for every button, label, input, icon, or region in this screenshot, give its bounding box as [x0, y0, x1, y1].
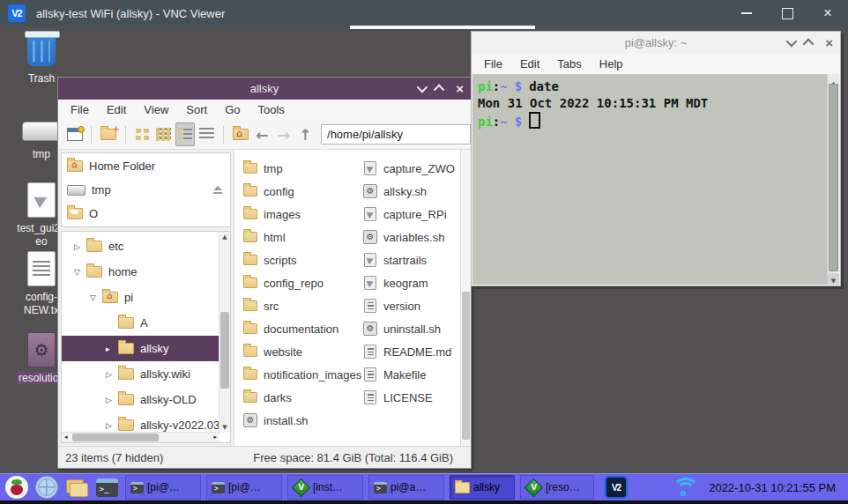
file-item-notification_images[interactable]: notification_images	[243, 363, 360, 386]
file-item-src[interactable]: src	[243, 294, 360, 317]
tree-vertical-scrollbar[interactable]: ▲ ▼	[219, 232, 230, 433]
taskbar-task[interactable]: [inst…	[287, 475, 363, 500]
close-button[interactable]: ×	[825, 37, 833, 49]
menu-go[interactable]: Go	[216, 103, 249, 116]
place-home folder[interactable]: ⌂Home Folder	[62, 154, 230, 178]
file-item-html[interactable]: html	[243, 226, 360, 248]
terminal-launcher[interactable]	[95, 476, 118, 499]
minimize-button[interactable]	[786, 36, 794, 49]
scroll-down-icon[interactable]: ▼	[828, 273, 839, 285]
file-item-darks[interactable]: darks	[243, 386, 360, 409]
menu-view[interactable]: View	[135, 103, 177, 116]
tree-item-etc[interactable]: ▷ etc	[62, 233, 219, 259]
compact-view-button[interactable]	[175, 122, 194, 146]
file-manager-titlebar[interactable]: allsky ×	[58, 78, 471, 100]
place-tmp[interactable]: tmp	[62, 178, 230, 202]
tree-expander-icon[interactable]: ▽	[74, 268, 86, 277]
maximize-button[interactable]	[806, 36, 814, 49]
file-item-images[interactable]: images	[243, 203, 360, 226]
file-manager-launcher[interactable]	[65, 476, 88, 499]
file-item-allsky.sh[interactable]: ⚙allsky.sh	[363, 180, 471, 203]
maximize-button[interactable]	[767, 0, 807, 26]
minimize-button[interactable]	[726, 0, 767, 26]
path-input[interactable]	[321, 124, 471, 145]
taskbar-task[interactable]: [reso…	[520, 475, 594, 500]
tree-expander-icon[interactable]: ▷	[74, 242, 86, 251]
applications-menu-button[interactable]	[5, 476, 28, 499]
tree-item-pi[interactable]: ▽ ⌂ pi	[62, 285, 219, 310]
tree-item-allsky.wiki[interactable]: ▷ allsky.wiki	[62, 361, 219, 387]
thumbnail-view-button[interactable]	[154, 122, 173, 146]
tree-expander-icon[interactable]: ▸	[106, 345, 118, 353]
tree-expander-icon[interactable]: ▷	[106, 396, 118, 404]
menu-tabs[interactable]: Tabs	[548, 57, 590, 70]
file-item-capture_RPi[interactable]: capture_RPi	[363, 203, 471, 226]
menu-sort[interactable]: Sort	[177, 103, 216, 116]
scrollbar-thumb[interactable]	[220, 312, 229, 389]
wifi-icon[interactable]	[672, 478, 695, 497]
taskbar-clock[interactable]: 2022-10-31 10:21:55 PM	[709, 481, 843, 494]
close-button[interactable]: ×	[807, 0, 848, 26]
tree-horizontal-scrollbar[interactable]: ◂ ▸	[62, 432, 219, 442]
file-item-LICENSE[interactable]: LICENSE	[363, 386, 471, 409]
tree-item-A[interactable]: A	[62, 310, 219, 336]
scrollbar-thumb[interactable]	[72, 434, 159, 441]
tree-expander-icon[interactable]: ▽	[90, 293, 102, 302]
terminal-screen[interactable]: pi:~$date Mon 31 Oct 2022 10:15:31 PM MD…	[472, 74, 839, 285]
file-item-startrails[interactable]: startrails	[363, 248, 471, 271]
file-item-uninstall.sh[interactable]: ⚙uninstall.sh	[363, 317, 471, 340]
tree-item-home[interactable]: ▽ home	[62, 259, 219, 285]
file-item-config_repo[interactable]: config_repo	[243, 271, 360, 294]
taskbar-task[interactable]: pi@a…	[368, 475, 444, 500]
vnc-toolbar-hint[interactable]	[350, 26, 535, 29]
forward-button[interactable]: →	[274, 122, 293, 146]
file-item-capture_ZWO[interactable]: capture_ZWO	[363, 157, 471, 180]
new-window-button[interactable]	[65, 122, 84, 146]
file-item-website[interactable]: website	[243, 340, 360, 363]
file-item-README.md[interactable]: README.md	[363, 340, 471, 363]
file-item-keogram[interactable]: keogram	[363, 271, 471, 294]
tree-expander-icon[interactable]: ▷	[106, 421, 118, 430]
new-folder-button[interactable]	[99, 122, 117, 146]
close-button[interactable]: ×	[456, 83, 464, 95]
file-item-tmp[interactable]: tmp	[243, 157, 360, 180]
file-list[interactable]: tmp config images html scripts config_re…	[234, 150, 471, 446]
file-item-variables.sh[interactable]: ⚙variables.sh	[363, 226, 471, 248]
scrollbar-thumb[interactable]	[829, 84, 838, 271]
file-item-scripts[interactable]: scripts	[243, 248, 360, 271]
taskbar-task[interactable]: allsky	[450, 475, 515, 500]
taskbar-task[interactable]: [pi@…	[125, 475, 201, 500]
terminal-titlebar[interactable]: pi@allsky: ~ ×	[472, 32, 840, 54]
web-browser-launcher[interactable]	[35, 476, 58, 499]
terminal-scrollbar[interactable]: ▲ ▼	[827, 74, 839, 285]
home-button[interactable]: ⌂	[231, 122, 249, 146]
file-item-documentation[interactable]: documentation	[243, 317, 360, 340]
menu-file[interactable]: File	[62, 103, 98, 116]
scrollbar-thumb[interactable]	[462, 292, 470, 440]
maximize-button[interactable]	[436, 82, 444, 95]
tree-item-allsky-OLD[interactable]: ▷ allsky-OLD	[62, 387, 219, 412]
tree-item-allsky[interactable]: ▸ allsky	[62, 336, 219, 361]
executable-file-icon	[363, 161, 377, 175]
taskbar-task[interactable]: [pi@…	[206, 475, 282, 500]
up-button[interactable]: ↑	[296, 122, 315, 146]
file-item-config[interactable]: config	[243, 180, 360, 203]
icon-view-button[interactable]	[133, 122, 152, 146]
detailed-list-view-button[interactable]	[197, 122, 216, 146]
file-list-scrollbar[interactable]	[460, 150, 471, 446]
tree-expander-icon[interactable]: ▷	[106, 370, 118, 379]
menu-edit[interactable]: Edit	[98, 103, 135, 116]
scroll-left-icon: ◂	[64, 434, 68, 441]
vnc-tray-icon[interactable]: V2	[605, 476, 628, 499]
place-o[interactable]: O	[62, 202, 230, 226]
menu-help[interactable]: Help	[591, 57, 632, 70]
minimize-button[interactable]	[417, 82, 425, 95]
file-item-version[interactable]: version	[363, 294, 471, 317]
file-item-install.sh[interactable]: ⚙install.sh	[243, 409, 360, 432]
menu-file[interactable]: File	[475, 57, 511, 70]
menu-tools[interactable]: Tools	[249, 103, 294, 116]
eject-button[interactable]	[213, 186, 222, 194]
back-button[interactable]: ←	[253, 122, 272, 146]
file-item-Makefile[interactable]: Makefile	[363, 363, 471, 386]
menu-edit[interactable]: Edit	[511, 57, 548, 70]
